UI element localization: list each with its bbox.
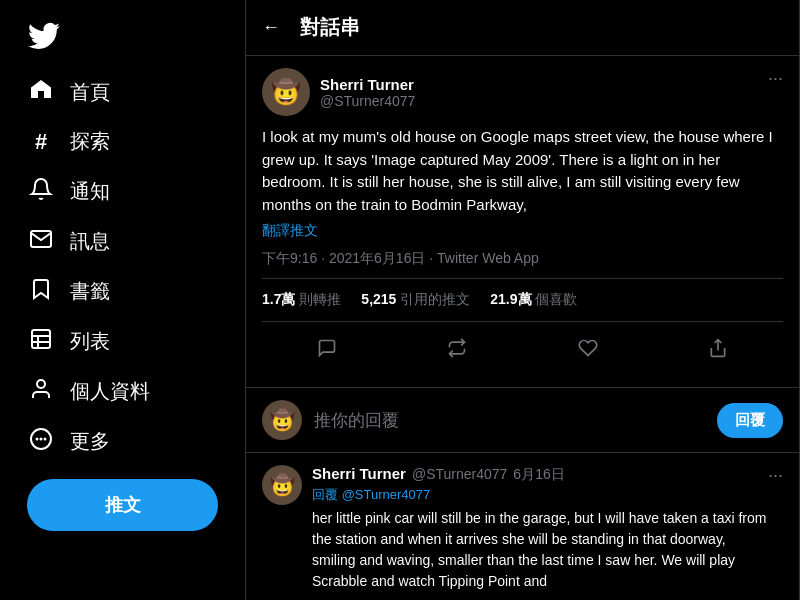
sidebar-item-lists[interactable]: 列表 <box>16 317 229 365</box>
reply-placeholder[interactable]: 推你的回覆 <box>314 409 705 432</box>
messages-label: 訊息 <box>70 228 110 255</box>
more-button[interactable]: ··· <box>768 68 783 89</box>
author-info: 🤠 Sherri Turner @STurner4077 <box>262 68 415 116</box>
reply-button[interactable]: 回覆 <box>717 403 783 438</box>
tweet-stat[interactable]: 1.7萬 則轉推 <box>262 291 341 309</box>
svg-point-4 <box>37 380 45 388</box>
reply-body: her little pink car will still be in the… <box>312 508 768 592</box>
notifications-icon <box>28 177 54 205</box>
tweet-actions <box>262 326 783 375</box>
author-name[interactable]: Sherri Turner <box>320 76 415 93</box>
twitter-logo[interactable] <box>16 8 229 64</box>
more-icon <box>28 427 54 455</box>
explore-icon: # <box>28 131 54 153</box>
sidebar: 首頁#探索通知訊息書籤列表個人資料更多 推文 <box>0 0 245 600</box>
reply-author-line: Sherri Turner @STurner4077 6月16日 <box>312 465 768 484</box>
sidebar-item-home[interactable]: 首頁 <box>16 68 229 116</box>
reply-tweet: 🤠 Sherri Turner @STurner4077 6月16日 回覆 @S… <box>246 453 799 600</box>
content-scroll[interactable]: 🤠 Sherri Turner @STurner4077 ··· I look … <box>246 56 799 600</box>
sidebar-nav: 首頁#探索通知訊息書籤列表個人資料更多 <box>16 68 229 467</box>
back-button[interactable]: ← <box>262 17 280 38</box>
bookmarks-label: 書籤 <box>70 278 110 305</box>
reply-to-tag: 回覆 @STurner4077 <box>312 486 768 504</box>
svg-rect-0 <box>32 330 50 348</box>
tweet-button[interactable]: 推文 <box>27 479 219 531</box>
bookmarks-icon <box>28 277 54 305</box>
avatar: 🤠 <box>262 68 310 116</box>
like-button[interactable] <box>570 330 606 371</box>
sidebar-item-explore[interactable]: #探索 <box>16 118 229 165</box>
translate-link[interactable]: 翻譯推文 <box>262 222 783 240</box>
reply-input-area: 🤠 推你的回覆 回覆 <box>246 388 799 453</box>
author-handle: @STurner4077 <box>320 93 415 109</box>
tweet-stats: 1.7萬 則轉推5,215 引用的推文21.9萬 個喜歡 <box>262 278 783 322</box>
home-icon <box>28 78 54 106</box>
tweet-meta: 下午9:16 · 2021年6月16日 · Twitter Web App <box>262 250 783 268</box>
sidebar-item-notifications[interactable]: 通知 <box>16 167 229 215</box>
reply-tweet-avatar: 🤠 <box>262 465 302 505</box>
comment-button[interactable] <box>309 330 345 371</box>
reply-info: 🤠 Sherri Turner @STurner4077 6月16日 回覆 @S… <box>262 465 768 592</box>
lists-label: 列表 <box>70 328 110 355</box>
reply-more-button[interactable]: ··· <box>768 465 783 486</box>
share-button[interactable] <box>700 330 736 371</box>
sidebar-item-profile[interactable]: 個人資料 <box>16 367 229 415</box>
thread-title: 對話串 <box>300 14 360 41</box>
tweet-body: I look at my mum's old house on Google m… <box>262 126 783 216</box>
retweet-button[interactable] <box>439 330 475 371</box>
tweet-stat[interactable]: 5,215 引用的推文 <box>361 291 470 309</box>
thread-header: ← 對話串 <box>246 0 799 56</box>
reply-author-name[interactable]: Sherri Turner <box>312 465 406 482</box>
reply-date: 6月16日 <box>513 466 564 484</box>
lists-icon <box>28 327 54 355</box>
more-label: 更多 <box>70 428 110 455</box>
main-content: ← 對話串 🤠 Sherri Turner @STurner4077 ··· I… <box>245 0 800 600</box>
sidebar-item-more[interactable]: 更多 <box>16 417 229 465</box>
reply-avatar: 🤠 <box>262 400 302 440</box>
profile-label: 個人資料 <box>70 378 150 405</box>
notifications-label: 通知 <box>70 178 110 205</box>
home-label: 首頁 <box>70 79 110 106</box>
tweet-stat[interactable]: 21.9萬 個喜歡 <box>490 291 577 309</box>
twitter-icon <box>28 20 60 52</box>
explore-label: 探索 <box>70 128 110 155</box>
sidebar-item-bookmarks[interactable]: 書籤 <box>16 267 229 315</box>
sidebar-item-messages[interactable]: 訊息 <box>16 217 229 265</box>
messages-icon <box>28 227 54 255</box>
reply-author-handle: @STurner4077 <box>412 466 507 482</box>
profile-icon <box>28 377 54 405</box>
main-tweet: 🤠 Sherri Turner @STurner4077 ··· I look … <box>246 56 799 388</box>
